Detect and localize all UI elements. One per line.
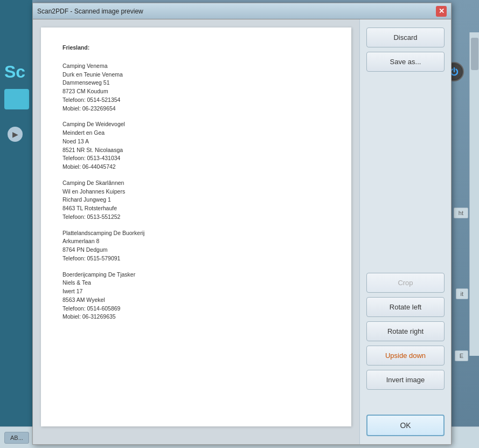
rotate-right-button[interactable]: Rotate right	[366, 321, 445, 341]
upside-down-button[interactable]: Upside down	[366, 346, 445, 366]
right-label-2: it	[456, 288, 469, 299]
line: 8723 CM Koudum	[63, 87, 330, 96]
line: Boerderijcamping De Tjasker	[63, 271, 330, 279]
line: Camping De Weidevogel	[63, 120, 330, 129]
right-label-1: ht	[454, 208, 468, 218]
section-5: Boerderijcamping De Tjasker Niels & Tea …	[63, 271, 330, 322]
doc-heading: Friesland:	[63, 44, 330, 52]
bottom-button[interactable]: AB...	[4, 432, 29, 444]
right-label-3: E	[455, 350, 468, 361]
line: Mobiel: 06-31269635	[63, 313, 330, 321]
discard-button[interactable]: Discard	[366, 27, 445, 47]
section-3: Camping De Skarlânnen Wil en Johannes Ku…	[63, 179, 330, 222]
line: Telefoon: 0513-431034	[63, 154, 330, 163]
preview-paper: Friesland: Camping Venema Durk en Teunie…	[41, 27, 351, 426]
line: Arkumerlaan 8	[63, 237, 330, 246]
line: 8764 PN Dedgum	[63, 246, 330, 254]
dialog-title: Scan2PDF - Scanned image preview	[37, 8, 143, 15]
line: 8463 TL Rotsterhaufe	[63, 204, 330, 213]
line: Telefoon: 0515-579091	[63, 254, 330, 263]
arrow-button[interactable]: ▶	[8, 127, 23, 142]
close-button[interactable]: ✕	[436, 6, 447, 17]
line: Telefoon: 0514-605869	[63, 305, 330, 313]
dialog-body: Friesland: Camping Venema Durk en Teunie…	[33, 19, 451, 444]
line: Camping Venema	[63, 62, 330, 71]
preview-area: Friesland: Camping Venema Durk en Teunie…	[33, 19, 359, 444]
dialog-titlebar: Scan2PDF - Scanned image preview ✕	[33, 3, 451, 19]
line: Dammenseweg 51	[63, 79, 330, 87]
main-dialog: Scan2PDF - Scanned image preview ✕ Fries…	[32, 3, 452, 445]
save-as-button[interactable]: Save as...	[366, 52, 445, 72]
ok-button[interactable]: OK	[366, 415, 445, 436]
line: 8563 AM Wyekel	[63, 296, 330, 305]
app-sidebar-bg: Sc ▶	[0, 0, 32, 448]
line: Durk en Teunie Venema	[63, 71, 330, 79]
line: Noed 13 A	[63, 137, 330, 146]
spacer-1	[366, 76, 445, 268]
line: Telefoon: 0513-551252	[63, 213, 330, 222]
invert-image-button[interactable]: Invert image	[366, 370, 445, 390]
line: Wil en Johannes Kuipers	[63, 188, 330, 196]
section-4: Plattelandscamping De Buorkerij Arkumerl…	[63, 229, 330, 263]
line: Camping De Skarlânnen	[63, 179, 330, 188]
line: Plattelandscamping De Buorkerij	[63, 229, 330, 238]
app-tab[interactable]	[4, 89, 29, 109]
line: Meindert en Gea	[63, 129, 330, 137]
action-sidebar: Discard Save as... Crop Rotate left Rota…	[359, 19, 451, 444]
scrollbar-area	[469, 32, 479, 356]
crop-button[interactable]: Crop	[366, 273, 445, 293]
line: Mobiel: 06-23269654	[63, 105, 330, 113]
section-2: Camping De Weidevogel Meindert en Gea No…	[63, 120, 330, 171]
app-label: Sc	[4, 62, 25, 82]
line: Telefoon: 0514-521354	[63, 96, 330, 105]
scrollbar-thumb[interactable]	[471, 38, 478, 70]
rotate-left-button[interactable]: Rotate left	[366, 297, 445, 317]
line: Richard Jungweg 1	[63, 196, 330, 204]
line: 8521 NR St. Nicolaasga	[63, 146, 330, 155]
spacer-2	[366, 394, 445, 410]
section-1: Camping Venema Durk en Teunie Venema Dam…	[63, 62, 330, 113]
line: Mobiel: 06-44045742	[63, 163, 330, 171]
line: Iwert 17	[63, 287, 330, 296]
line: Niels & Tea	[63, 279, 330, 287]
